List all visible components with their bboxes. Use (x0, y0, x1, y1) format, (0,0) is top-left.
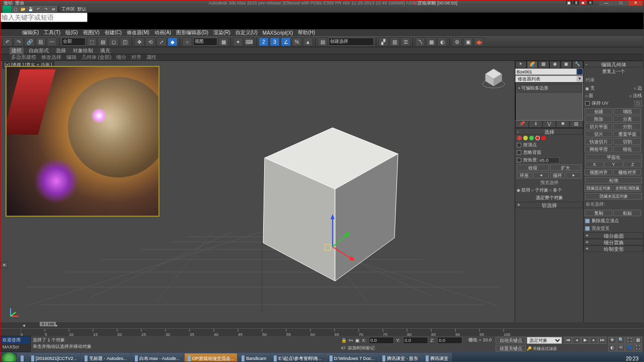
mirror-button[interactable]: ▞ (378, 37, 388, 46)
keyfilter-button[interactable]: 🔑 关键点过滤器 (527, 345, 557, 351)
panel-geometry[interactable]: 几何体 (全部) (80, 54, 113, 61)
menu-undo-top[interactable]: 撤销 (4, 0, 13, 7)
stack-item-editpoly[interactable]: ▪ 可编辑多边形 (517, 84, 582, 93)
redo-button[interactable]: ↷ (14, 37, 24, 46)
time-ruler[interactable]: 0510152025303540455055606570758085909510… (1, 328, 643, 336)
menu-create[interactable]: 创建(C) (103, 29, 123, 36)
ignore-back-checkbox[interactable] (517, 150, 521, 155)
rollout-subdiv-header[interactable]: +细分曲面 (584, 232, 643, 239)
pan-icon[interactable]: ✥ (608, 337, 616, 344)
panel-modifysel[interactable]: 修改选择 (40, 54, 63, 61)
resetplane-button[interactable]: 重置平面 (613, 131, 641, 137)
quickslice-button[interactable]: 快速切片 (585, 138, 612, 145)
fov-icon[interactable]: ◐ (608, 344, 616, 351)
link-button[interactable]: 🔗 (25, 37, 35, 46)
render-button[interactable]: 🫖 (474, 37, 484, 46)
loop-button[interactable]: 循环 (550, 172, 566, 178)
goto-end-icon[interactable]: ⏭ (598, 337, 606, 344)
refcoord-dropdown[interactable]: 视图 (193, 38, 217, 46)
by-angle-checkbox[interactable] (517, 158, 521, 162)
undo-button[interactable]: ↶ (3, 37, 13, 46)
panel-polymodel[interactable]: 多边形建模 (10, 54, 38, 61)
delete-iso-checkbox[interactable] (585, 219, 590, 223)
vertex-mode-icon[interactable] (517, 136, 522, 140)
polygon-mode-icon[interactable] (535, 136, 540, 140)
panel-edit[interactable]: 编辑 (65, 54, 78, 61)
app-menu-icon[interactable] (3, 6, 12, 13)
percent-snap-button[interactable]: % (292, 37, 302, 46)
show-end-icon[interactable]: ⅱ (529, 121, 542, 128)
taskbar-item[interactable]: 白布.max - Autode... (131, 353, 184, 362)
menu-tools[interactable]: 工具(T) (42, 29, 62, 36)
relax-button[interactable]: 松弛 (585, 177, 642, 184)
tab-utilities-icon[interactable]: 🔧 (572, 61, 584, 68)
ribbon-tab-modeling[interactable]: 建模 (10, 47, 24, 54)
paste-button[interactable]: 粘贴 (613, 210, 641, 216)
bind-spacewarp-button[interactable]: 〰 (47, 37, 57, 46)
panel-props[interactable]: 属性 (145, 54, 158, 61)
taskbar-item[interactable]: D:\Windows 7 Doc... (326, 353, 379, 362)
snap-3d-button[interactable]: 3 (270, 37, 280, 46)
ribbon-tab-freeform[interactable]: 自由形式 (27, 47, 51, 54)
preserve-uv-checkbox[interactable] (585, 101, 590, 106)
unhideall-button[interactable]: 全部取消隐藏 (613, 185, 641, 192)
align-button[interactable]: ▥ (389, 37, 399, 46)
zoom-all-icon[interactable]: ▦ (634, 337, 642, 344)
taskbar-item[interactable]: 腾讯课堂 - 股东 (379, 353, 422, 362)
scale-button[interactable]: ⤢ (156, 37, 167, 46)
modifier-list-dropdown[interactable]: 修改器列表▾ (515, 75, 583, 82)
selection-filter-dropdown[interactable]: 全部 (61, 38, 86, 46)
repeat-last-button[interactable]: 重复上一个 (584, 67, 643, 76)
lock-icon[interactable]: 🔒 (341, 338, 347, 343)
remove-mod-icon[interactable]: ✖ (556, 121, 570, 128)
ribbon-tab-populate[interactable]: 填充 (98, 47, 112, 54)
ring-button[interactable]: 环形 (517, 172, 532, 178)
link-icon[interactable]: ⇄ (50, 6, 57, 12)
object-name-input[interactable] (515, 68, 577, 75)
keymode-dropdown[interactable]: 选定对象 (527, 337, 562, 344)
upload-button[interactable]: 拖拽上传 (1, 22, 643, 29)
coord-x-input[interactable] (369, 337, 394, 344)
msmooth-button[interactable]: 网格平滑 (585, 146, 612, 152)
cut-button[interactable]: 切割 (613, 138, 641, 145)
viewcube[interactable] (481, 66, 506, 90)
taskbar-item[interactable]: [20160521]CCTV2... (28, 353, 80, 362)
named-sel-dropdown[interactable]: 创建选择 (329, 38, 374, 46)
select-name-button[interactable]: ▤ (98, 37, 108, 46)
viewalign-button[interactable]: 视图对齐 (585, 169, 612, 175)
walk-icon[interactable]: 👣 (625, 344, 633, 351)
shrink-button[interactable]: 收缩 (517, 164, 549, 171)
spinner-snap-button[interactable]: ▲ (303, 37, 313, 46)
object-color-swatch[interactable] (577, 68, 583, 75)
time-slider[interactable]: ◂ 0 / 100 ▸ (1, 322, 643, 328)
menu-group[interactable]: 组(G) (64, 29, 79, 36)
add-timetag-button[interactable]: 添加时间标记 (348, 345, 375, 351)
close-button[interactable]: ✕ (628, 1, 642, 6)
panel-subdiv[interactable]: 细分 (115, 54, 128, 61)
panel-align[interactable]: 对齐 (130, 54, 143, 61)
menu-help[interactable]: 帮助(H) (296, 29, 316, 36)
trackbar-expand-icon[interactable]: ▸ (1, 262, 8, 268)
key-icon[interactable]: 🗝 (349, 338, 353, 343)
undo-icon[interactable]: ↶ (35, 6, 42, 12)
named-sel-button[interactable]: ▤ (317, 37, 328, 46)
hideunsel-button[interactable]: 隐藏未选定对象 (585, 193, 642, 200)
render-frame-button[interactable]: ▣ (463, 37, 473, 46)
coord-y-input[interactable] (403, 337, 428, 344)
schematic-button[interactable]: ▦ (426, 37, 436, 46)
rollout-subdivdisp-header[interactable]: +细分置换 (584, 239, 643, 245)
refcoord-button[interactable]: ○ (182, 37, 192, 46)
rotate-button[interactable]: ⟲ (145, 37, 155, 46)
collapse-button[interactable]: 塌陷 (613, 108, 641, 115)
split-button[interactable]: 分割 (613, 123, 641, 130)
rollout-softsel-header[interactable]: +软选择 (515, 202, 583, 208)
make-unique-icon[interactable]: ⋁ (542, 121, 556, 128)
prev-frame-icon[interactable]: ◂ (573, 337, 581, 344)
setkey-button[interactable]: 设置关键点 (496, 345, 526, 351)
minimize-button[interactable]: — (599, 1, 613, 6)
zoom-extents-icon[interactable]: ⛶ (625, 337, 633, 344)
full-interact-checkbox[interactable] (585, 226, 590, 231)
rollout-editgeo-header[interactable]: -编辑几何体 (584, 61, 643, 67)
angle-snap-button[interactable]: ∠ (281, 37, 291, 46)
by-vertex-checkbox[interactable] (517, 143, 521, 147)
